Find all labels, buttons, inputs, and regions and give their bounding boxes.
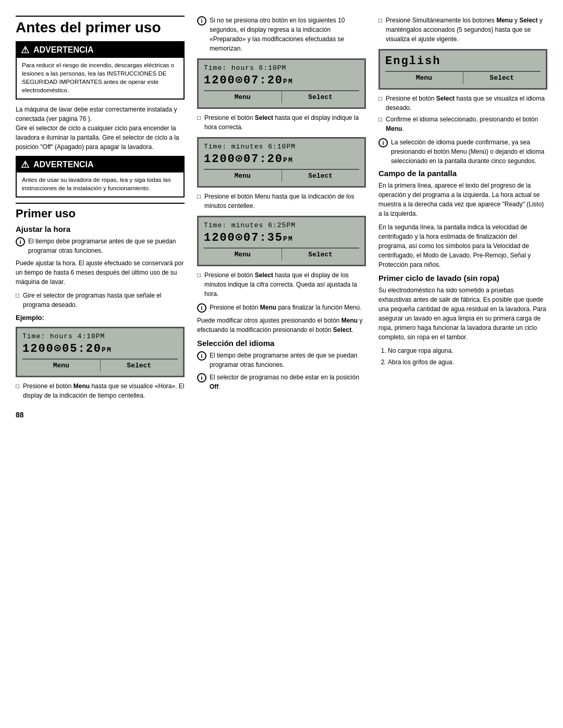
info-block-col2-2: i Presione el botón Menu para finalizar … — [197, 303, 366, 313]
body-text-2: Puede ajustar la hora. El ajuste efectua… — [16, 258, 185, 287]
select-button-4[interactable]: Select — [282, 249, 360, 261]
warning-box-1: ⚠ ADVERTENCIA Para reducir el riesgo de … — [16, 41, 185, 100]
info-block-1: i El tiempo debe programarse antes de qu… — [16, 237, 185, 255]
bullet-col2-1: Presione el botón Select hasta que el di… — [197, 113, 366, 132]
numbered-item-2: Abra los grifos de agua. — [388, 357, 547, 367]
bullet-list-col2-2: Presione el botón Menu hasta que la indi… — [197, 192, 366, 211]
bullet-list-1: Gire el selector de programas hasta que … — [16, 291, 185, 310]
display-line1-2: Time: hours 6:10PM — [204, 64, 359, 72]
warning-label-2: ADVERTENCIA — [33, 160, 94, 169]
column-2: i Si no se presiona otro botón en los si… — [197, 16, 366, 419]
seleccion-title: Selección del idioma — [197, 339, 366, 348]
info-text-col2-4: El selector de programas no debe estar e… — [210, 373, 366, 391]
main-title: Antes del primer uso — [16, 16, 185, 36]
body-text-col2-1: Puede modificar otros ajustes presionand… — [197, 316, 366, 335]
display-buttons-english: Menu Select — [385, 71, 541, 84]
display-line2-3: 1200⊙07:20PM — [204, 152, 359, 166]
warning-label-1: ADVERTENCIA — [33, 45, 94, 55]
display-value-1: 1200⊙05:20 — [22, 341, 102, 355]
warning-text-2: Antes de usar su lavadora de ropas, lea … — [22, 176, 178, 192]
display-buttons-2: Menu Select — [204, 90, 359, 103]
bullet-col3-2: Presione el botón Select hasta que se vi… — [378, 94, 547, 113]
select-button-english[interactable]: Select — [463, 72, 541, 84]
info-text-col3-1: La selección de idioma puede confirmarse… — [391, 138, 547, 166]
primer-uso-title: Primer uso — [16, 203, 185, 220]
display-line1-1: Time: hours 4:10PM — [22, 332, 178, 340]
menu-button-2[interactable]: Menu — [204, 91, 282, 103]
info-text-col2-1: Si no se presiona otro botón en los sigu… — [210, 16, 366, 53]
display-pm-4: PM — [283, 235, 293, 243]
display-line1-3: Time: minutes 6:10PM — [204, 143, 359, 151]
bullet-col2-2: Presione el botón Menu hasta que la indi… — [197, 192, 366, 211]
display-line2-4: 1200⊙07:35PM — [204, 230, 359, 244]
numbered-list-col3: No cargue ropa alguna. Abra los grifos d… — [378, 346, 547, 367]
select-button-1[interactable]: Select — [101, 360, 178, 372]
info-icon-col2-3: i — [197, 351, 206, 361]
ajustar-hora-title: Ajustar la hora — [16, 225, 185, 233]
warning-header-1: ⚠ ADVERTENCIA — [17, 42, 183, 58]
bullet-list-2: Presione el botón Menu hasta que se visu… — [16, 381, 185, 400]
bullet-item-1: Gire el selector de programas hasta que … — [16, 291, 185, 310]
campo-body-2: En la segunda línea, la pantalla indica … — [378, 223, 547, 269]
info-icon-1: i — [16, 237, 25, 246]
select-button-2[interactable]: Select — [282, 91, 360, 103]
english-display-text: English — [385, 55, 541, 68]
display-buttons-3: Menu Select — [204, 169, 359, 182]
display-line2-1: 1200⊙05:20PM — [22, 341, 178, 355]
info-block-col2-1: i Si no se presiona otro botón en los si… — [197, 16, 366, 53]
bullet-list-col3-2: Presione el botón Select hasta que se vi… — [378, 94, 547, 133]
select-button-3[interactable]: Select — [282, 170, 360, 182]
bullet-col3-1: Presione Simultáneamente los botones Men… — [378, 16, 547, 44]
display-pm-3: PM — [283, 156, 293, 164]
info-text-col2-2: Presione el botón Menu para finalizar la… — [210, 303, 362, 313]
page-number: 88 — [16, 411, 185, 419]
column-1: Antes del primer uso ⚠ ADVERTENCIA Para … — [16, 16, 185, 419]
info-block-col3-1: i La selección de idioma puede confirmar… — [378, 138, 547, 166]
display-box-1: Time: hours 4:10PM 1200⊙05:20PM Menu Sel… — [16, 327, 185, 377]
bullet-col2-3: Presione el botón Select hasta que el di… — [197, 270, 366, 299]
display-buttons-1: Menu Select — [22, 359, 178, 372]
display-value-3: 1200⊙07:20 — [204, 152, 283, 166]
menu-button-4[interactable]: Menu — [204, 249, 282, 261]
body-text-1: La máquina de lavar debe estar correctam… — [16, 105, 185, 152]
menu-button-english[interactable]: Menu — [385, 72, 463, 84]
display-line1-4: Time: minutes 6:25PM — [204, 221, 359, 229]
menu-button-3[interactable]: Menu — [204, 170, 282, 182]
display-english: English Menu Select — [378, 49, 547, 90]
campo-title: Campo de la pantalla — [378, 169, 547, 178]
warning-box-2: ⚠ ADVERTENCIA Antes de usar su lavadora … — [16, 156, 185, 198]
display-box-3: Time: minutes 6:10PM 1200⊙07:20PM Menu S… — [197, 137, 366, 188]
bullet-list-col2-1: Presione el botón Select hasta que el di… — [197, 113, 366, 132]
bullet-col3-3: Confirme el idioma seleccionado, presion… — [378, 115, 547, 133]
info-block-col2-3: i El tiempo debe programarse antes de qu… — [197, 351, 366, 369]
info-icon-col2-2: i — [197, 303, 206, 313]
bullet-list-col2-3: Presione el botón Select hasta que el di… — [197, 270, 366, 299]
display-pm-1: PM — [102, 346, 112, 354]
primer-ciclo-body: Su electrodoméstico ha sido sometido a p… — [378, 286, 547, 342]
display-pm-2: PM — [283, 78, 293, 85]
info-icon-col2-4: i — [197, 373, 206, 382]
bullet-item-2: Presione el botón Menu hasta que se visu… — [16, 381, 185, 400]
column-3: Presione Simultáneamente los botones Men… — [378, 16, 547, 419]
info-icon-col2-1: i — [197, 16, 206, 26]
menu-button-1[interactable]: Menu — [22, 360, 101, 372]
info-text-1: El tiempo debe programarse antes de que … — [28, 237, 185, 255]
bullet-list-col3-1: Presione Simultáneamente los botones Men… — [378, 16, 547, 44]
warning-icon-1: ⚠ — [21, 44, 29, 56]
warning-header-2: ⚠ ADVERTENCIA — [17, 157, 183, 172]
display-buttons-4: Menu Select — [204, 248, 359, 261]
primer-ciclo-title: Primer ciclo de lavado (sin ropa) — [378, 274, 547, 282]
numbered-item-1: No cargue ropa alguna. — [388, 346, 547, 355]
display-line2-2: 1200⊙07:20PM — [204, 73, 359, 87]
display-box-2: Time: hours 6:10PM 1200⊙07:20PM Menu Sel… — [197, 58, 366, 109]
display-box-4: Time: minutes 6:25PM 1200⊙07:35PM Menu S… — [197, 216, 366, 266]
info-icon-col3-1: i — [378, 138, 388, 147]
campo-body-1: En la primera línea, aparece el texto de… — [378, 181, 547, 218]
display-value-4: 1200⊙07:35 — [204, 230, 283, 244]
info-text-col2-3: El tiempo debe programarse antes de que … — [210, 351, 366, 369]
warning-text-1: Para reducir el riesgo de incendio, desc… — [22, 61, 178, 94]
display-value-2: 1200⊙07:20 — [204, 73, 283, 87]
ejemplo-label: Ejemplo: — [16, 314, 185, 322]
info-block-col2-4: i El selector de programas no debe estar… — [197, 373, 366, 391]
warning-icon-2: ⚠ — [21, 159, 29, 170]
